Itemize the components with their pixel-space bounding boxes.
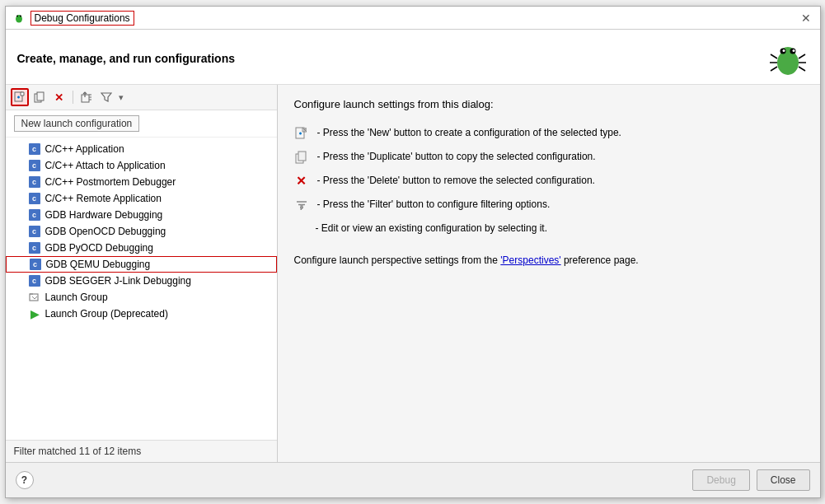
svg-line-13 — [799, 54, 805, 58]
tree-item-gdb-pyocd[interactable]: cGDB PyOCD Debugging — [6, 240, 277, 256]
svg-point-2 — [16, 15, 18, 16]
launch-icon — [29, 292, 40, 303]
dup-info-icon — [294, 150, 309, 165]
c-icon: c — [30, 259, 41, 270]
tree-item-cpp-postmortem[interactable]: cC/C++ Postmortem Debugger — [6, 174, 277, 190]
toolbar: ✕ ▾ — [6, 85, 277, 110]
footer-left: ? — [16, 471, 34, 489]
tree-item-cpp-app[interactable]: cC/C++ Application — [6, 141, 277, 157]
c-icon: c — [29, 193, 40, 204]
dialog-header: Create, manage, and run configurations — [6, 30, 820, 85]
item-label: C/C++ Postmortem Debugger — [45, 176, 176, 188]
c-icon: c — [29, 176, 40, 188]
svg-point-3 — [20, 15, 21, 16]
config-info-list: - Press the 'New' button to create a con… — [294, 125, 804, 236]
delete-button[interactable]: ✕ — [50, 88, 68, 106]
info-text: - Edit or view an existing configuration… — [316, 221, 547, 236]
right-panel: Configure launch settings from this dial… — [278, 85, 820, 462]
item-label: GDB PyOCD Debugging — [45, 242, 153, 254]
item-label: GDB QEMU Debugging — [46, 259, 151, 270]
tree-item-gdb-hw[interactable]: cGDB Hardware Debugging — [6, 207, 277, 223]
svg-line-10 — [771, 54, 777, 58]
dialog-header-title: Create, manage, and run configurations — [17, 52, 236, 65]
debug-configurations-dialog: Debug Configurations ✕ Create, manage, a… — [5, 6, 821, 498]
new-config-text: New launch configuration — [14, 115, 140, 132]
footer-right: Debug Close — [692, 469, 809, 491]
c-icon: c — [29, 143, 40, 155]
c-icon: c — [29, 275, 40, 287]
item-label: C/C++ Application — [45, 143, 124, 155]
close-dialog-button[interactable]: Close — [757, 469, 810, 491]
title-bar-left: Debug Configurations — [12, 11, 134, 26]
tree-item-cpp-remote[interactable]: cC/C++ Remote Application — [6, 190, 277, 207]
info-item-edit-info: - Edit or view an existing configuration… — [294, 221, 804, 236]
item-label: Launch Group — [45, 292, 108, 303]
item-label: C/C++ Attach to Application — [45, 160, 166, 171]
tree-item-launch-group-dep[interactable]: ▶Launch Group (Deprecated) — [6, 306, 277, 322]
dialog-body: ✕ ▾ — [6, 85, 820, 462]
info-text: - Press the 'Duplicate' button to copy t… — [317, 149, 596, 164]
info-item-new-info: - Press the 'New' button to create a con… — [294, 125, 804, 141]
tree-list: cC/C++ ApplicationcC/C++ Attach to Appli… — [6, 138, 277, 440]
svg-marker-20 — [21, 92, 24, 96]
item-label: GDB OpenOCD Debugging — [45, 226, 166, 237]
tree-item-cpp-attach[interactable]: cC/C++ Attach to Application — [6, 157, 277, 174]
svg-point-8 — [782, 49, 785, 52]
c-icon: c — [29, 242, 40, 254]
help-button[interactable]: ? — [16, 471, 34, 489]
item-label: Launch Group (Deprecated) — [45, 308, 168, 320]
config-info-title: Configure launch settings from this dial… — [294, 98, 804, 110]
svg-line-12 — [771, 67, 777, 71]
duplicate-button[interactable] — [30, 88, 49, 106]
tree-item-launch-group[interactable]: Launch Group — [6, 289, 277, 306]
svg-rect-37 — [298, 152, 306, 161]
item-label: GDB SEGGER J-Link Debugging — [45, 275, 191, 287]
debug-button[interactable]: Debug — [692, 469, 749, 491]
perspectives-link[interactable]: 'Perspectives' — [500, 254, 560, 266]
perspectives-note: Configure launch perspective settings fr… — [294, 254, 804, 266]
left-panel: ✕ ▾ — [6, 85, 278, 462]
c-icon: c — [29, 226, 40, 237]
info-item-dup-info: - Press the 'Duplicate' button to copy t… — [294, 149, 804, 165]
title-bar-text: Debug Configurations — [30, 11, 134, 26]
info-item-filter-info: - Press the 'Filter' button to configure… — [294, 197, 804, 212]
green-arrow-icon: ▶ — [29, 308, 40, 320]
new-info-icon — [294, 126, 309, 141]
dialog-footer: ? Debug Close — [6, 462, 820, 497]
new-config-label-area: New launch configuration — [6, 110, 277, 138]
debug-icon — [12, 12, 26, 25]
title-bar: Debug Configurations ✕ — [6, 7, 820, 30]
none-icon — [294, 222, 307, 236]
item-label: C/C++ Remote Application — [45, 193, 162, 204]
info-text: - Press the 'New' button to create a con… — [317, 125, 621, 140]
filter-info-icon — [294, 198, 309, 212]
svg-rect-22 — [37, 92, 44, 100]
filter-button[interactable] — [97, 88, 115, 106]
c-icon: c — [29, 160, 40, 171]
toolbar-separator — [73, 91, 73, 104]
svg-marker-28 — [101, 93, 111, 101]
c-icon: c — [29, 209, 40, 221]
close-button[interactable]: ✕ — [799, 11, 813, 26]
export-button[interactable] — [77, 88, 96, 106]
new-config-button[interactable] — [11, 88, 29, 106]
bug-icon-large — [767, 38, 809, 79]
tree-item-gdb-qemu[interactable]: cGDB QEMU Debugging — [6, 256, 277, 273]
info-text: - Press the 'Delete' button to remove th… — [317, 173, 595, 188]
info-item-del-info: ✕- Press the 'Delete' button to remove t… — [294, 173, 804, 189]
svg-point-9 — [792, 49, 795, 52]
item-label: GDB Hardware Debugging — [45, 209, 163, 221]
filter-status: Filter matched 11 of 12 items — [6, 440, 277, 462]
del-info-icon: ✕ — [294, 174, 309, 189]
tree-item-gdb-openocd[interactable]: cGDB OpenOCD Debugging — [6, 223, 277, 240]
info-text: - Press the 'Filter' button to configure… — [317, 197, 551, 212]
svg-line-15 — [799, 67, 805, 71]
tree-item-gdb-segger[interactable]: cGDB SEGGER J-Link Debugging — [6, 273, 277, 289]
